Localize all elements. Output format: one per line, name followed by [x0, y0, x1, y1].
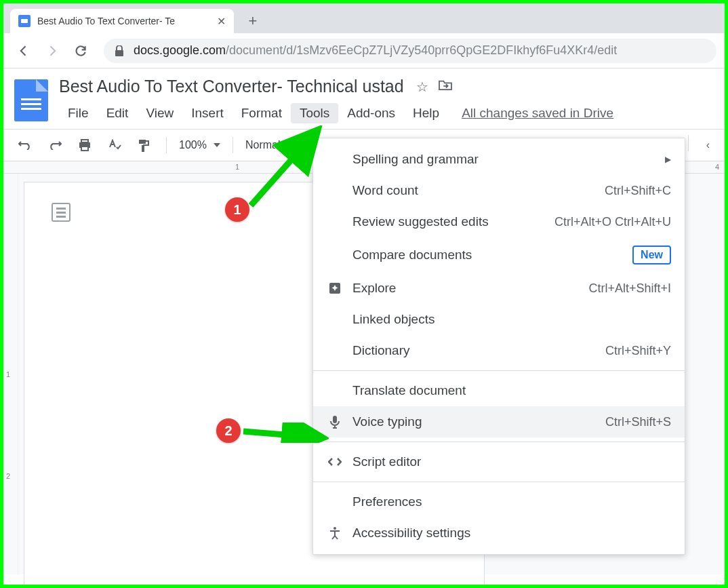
menu-review-suggested-edits[interactable]: Review suggested edits Ctrl+Alt+O Ctrl+A…	[313, 206, 685, 237]
svg-rect-0	[115, 50, 123, 56]
svg-rect-6	[333, 416, 337, 423]
menu-spelling-grammar[interactable]: Spelling and grammar ▶	[313, 144, 685, 175]
svg-rect-3	[81, 146, 88, 151]
svg-rect-1	[81, 140, 88, 142]
ruler-mark: 1	[235, 163, 239, 171]
menu-file[interactable]: File	[59, 103, 98, 123]
docs-header: Best Audio To Text Converter- Technical …	[3, 68, 725, 123]
chevron-icon[interactable]: ‹	[702, 135, 714, 155]
menu-word-count[interactable]: Word count Ctrl+Shift+C	[313, 175, 685, 206]
outline-icon[interactable]	[52, 203, 70, 222]
back-button[interactable]	[12, 39, 36, 63]
microphone-icon	[327, 415, 343, 429]
accessibility-icon	[327, 526, 343, 540]
menu-bar: File Edit View Insert Format Tools Add-o…	[59, 103, 714, 123]
tools-dropdown: Spelling and grammar ▶ Word count Ctrl+S…	[312, 138, 685, 555]
forward-button[interactable]	[40, 39, 64, 63]
url-text: docs.google.com/document/d/1sMzv6EeCpZ7L…	[134, 43, 617, 58]
annotation-badge-1: 1	[225, 197, 249, 222]
menu-compare-documents[interactable]: Compare documents New	[313, 237, 685, 273]
ruler-mark: 4	[715, 163, 719, 171]
lock-icon	[115, 45, 124, 56]
reload-button[interactable]	[68, 39, 93, 63]
submenu-arrow-icon: ▶	[665, 155, 671, 164]
tab-title: Best Audio To Text Converter- Te	[37, 16, 210, 26]
star-icon[interactable]: ☆	[416, 79, 428, 95]
menu-help[interactable]: Help	[404, 103, 448, 123]
browser-nav-bar: docs.google.com/document/d/1sMzv6EeCpZ7L…	[3, 33, 725, 68]
browser-tab[interactable]: Best Audio To Text Converter- Te ✕	[10, 9, 234, 33]
menu-dictionary[interactable]: Dictionary Ctrl+Shift+Y	[313, 335, 685, 366]
menu-view[interactable]: View	[137, 103, 182, 123]
menu-accessibility-settings[interactable]: Accessibility settings	[313, 517, 685, 549]
menu-linked-objects[interactable]: Linked objects	[313, 304, 685, 335]
svg-rect-4	[139, 140, 146, 144]
new-tab-button[interactable]: +	[242, 10, 264, 32]
zoom-select[interactable]: 100%	[179, 139, 220, 151]
docs-favicon-icon	[18, 15, 31, 27]
menu-tools[interactable]: Tools	[291, 103, 338, 123]
menu-script-editor[interactable]: Script editor	[313, 446, 685, 477]
menu-addons[interactable]: Add-ons	[338, 103, 404, 123]
paint-format-button[interactable]	[134, 134, 154, 156]
annotation-badge-2: 2	[216, 418, 241, 443]
docs-logo-icon[interactable]	[14, 79, 48, 121]
menu-separator	[313, 482, 685, 482]
close-tab-icon[interactable]: ✕	[217, 15, 226, 28]
print-button[interactable]	[74, 135, 96, 155]
code-icon	[327, 457, 343, 467]
menu-explore[interactable]: Explore Ctrl+Alt+Shift+I	[313, 273, 685, 304]
style-select[interactable]: Normal	[245, 139, 281, 151]
menu-edit[interactable]: Edit	[98, 103, 138, 123]
vertical-ruler: 1 2	[3, 174, 18, 574]
menu-separator	[313, 442, 685, 442]
document-title[interactable]: Best Audio To Text Converter- Technical …	[59, 77, 404, 96]
menu-separator	[313, 370, 685, 371]
redo-button[interactable]	[44, 136, 66, 154]
menu-insert[interactable]: Insert	[182, 103, 232, 123]
new-badge: New	[632, 246, 671, 264]
explore-icon	[327, 282, 343, 294]
menu-translate-document[interactable]: Translate document	[313, 375, 685, 406]
spellcheck-button[interactable]	[104, 135, 125, 155]
save-status[interactable]: All changes saved in Drive	[462, 106, 613, 121]
menu-preferences[interactable]: Preferences	[313, 486, 685, 517]
menu-format[interactable]: Format	[232, 103, 291, 123]
address-bar[interactable]: docs.google.com/document/d/1sMzv6EeCpZ7L…	[104, 39, 716, 63]
svg-point-7	[333, 527, 336, 530]
browser-tab-bar: Best Audio To Text Converter- Te ✕ +	[3, 3, 725, 33]
move-folder-icon[interactable]	[438, 79, 453, 95]
menu-voice-typing[interactable]: Voice typing Ctrl+Shift+S	[313, 406, 685, 437]
undo-button[interactable]	[14, 136, 36, 154]
